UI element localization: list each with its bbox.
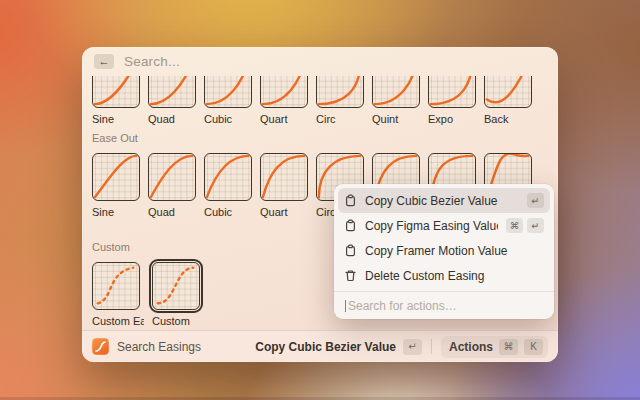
easing-label: Sine	[92, 113, 140, 125]
easing-curve-icon	[149, 154, 194, 199]
easing-curve-icon	[429, 76, 474, 106]
search-header: ← Search...	[82, 47, 558, 76]
easing-tile-in-quad[interactable]	[148, 76, 196, 108]
easing-label: Quart	[260, 206, 308, 218]
easing-tile-out-sine[interactable]	[92, 153, 140, 201]
easing-label: Cubic	[204, 206, 252, 218]
actions-button[interactable]: Actions ⌘ K	[441, 336, 548, 358]
clipboard-icon	[344, 244, 357, 257]
easing-tile-in-sine[interactable]	[92, 76, 140, 108]
easing-label: Sine	[92, 206, 140, 218]
actions-search-input[interactable]: Search for actions…	[338, 292, 550, 319]
easing-label: Custom Eas…	[92, 315, 144, 327]
easing-cell[interactable]: Custom Eas…Ease Out	[92, 262, 144, 330]
easing-tile-out-quart[interactable]	[260, 153, 308, 201]
easing-label: Cubic	[204, 113, 252, 125]
easing-curve-icon	[205, 154, 250, 199]
menu-item[interactable]: Copy Framer Motion Value	[338, 238, 550, 263]
k-key-badge: K	[524, 339, 543, 355]
easing-app-icon	[92, 338, 109, 355]
easing-cell[interactable]: Quart	[260, 153, 308, 218]
easing-curve-icon	[485, 76, 530, 106]
easing-curve-icon	[153, 263, 198, 308]
raycast-window: ← Search... SineQuadCubicQuartCircQuintE…	[82, 47, 558, 362]
easing-cell[interactable]: Cubic	[204, 153, 252, 218]
status-bar: Search Easings Copy Cubic Bezier Value ↵…	[82, 330, 558, 362]
app-name: Search Easings	[117, 340, 201, 354]
easing-label: Quart	[260, 113, 308, 125]
easing-tile-in-circ[interactable]	[316, 76, 364, 108]
menu-item[interactable]: Copy Cubic Bezier Value↵	[338, 188, 550, 213]
easing-curve-icon	[317, 76, 362, 106]
return-key-badge: ↵	[403, 339, 422, 355]
menu-item[interactable]: Delete Custom Easing	[338, 263, 550, 288]
easing-cell[interactable]: Quad	[148, 76, 196, 125]
shortcut-key-badge: ↵	[527, 218, 544, 233]
search-input[interactable]: Search...	[124, 54, 180, 69]
easing-tile-in-quart[interactable]	[260, 76, 308, 108]
actions-menu: Copy Cubic Bezier Value↵Copy Figma Easin…	[334, 184, 554, 319]
actions-search-placeholder: Search for actions…	[348, 299, 457, 313]
trash-icon	[344, 269, 357, 282]
easing-curve-icon	[261, 154, 306, 199]
back-button[interactable]: ←	[94, 54, 114, 69]
shortcut-key-badge: ⌘	[506, 218, 523, 233]
status-bar-right: Copy Cubic Bezier Value ↵ Actions ⌘ K	[255, 336, 548, 358]
easing-tile-out-cubic[interactable]	[204, 153, 252, 201]
easing-curve-icon	[205, 76, 250, 106]
easing-cell[interactable]: Quart	[260, 76, 308, 125]
easing-label: Quad	[148, 113, 196, 125]
easing-tile-in-cubic[interactable]	[204, 76, 252, 108]
easing-curve-icon	[373, 76, 418, 106]
easing-cell[interactable]: Sine	[92, 153, 140, 218]
actions-label: Actions	[449, 340, 493, 354]
easing-label: Back	[484, 113, 532, 125]
arrow-left-icon: ←	[99, 56, 110, 67]
status-divider	[431, 339, 432, 354]
easing-tile-out-quad[interactable]	[148, 153, 196, 201]
shortcut-badges: ↵	[527, 193, 544, 208]
shortcut-badges: ⌘↵	[506, 218, 544, 233]
easing-label: Expo	[428, 113, 476, 125]
easing-tile-custom-out[interactable]	[92, 262, 140, 310]
easing-curve-icon	[93, 263, 138, 308]
menu-item-label: Copy Cubic Bezier Value	[365, 194, 519, 208]
easing-cell[interactable]: Cubic	[204, 76, 252, 125]
easing-label: Circ	[316, 113, 364, 125]
easing-cell[interactable]: Circ	[316, 76, 364, 125]
easing-curve-icon	[149, 76, 194, 106]
easing-curve-icon	[261, 76, 306, 106]
primary-action-button[interactable]: Copy Cubic Bezier Value	[255, 340, 396, 354]
easing-tile-in-quint[interactable]	[372, 76, 420, 108]
easing-label: Quint	[372, 113, 420, 125]
easing-cell[interactable]: Back	[484, 76, 532, 125]
easing-cell[interactable]: Quad	[148, 153, 196, 218]
easing-tile-in-back[interactable]	[484, 76, 532, 108]
text-cursor	[345, 300, 346, 312]
easing-curve-icon	[93, 76, 138, 106]
easing-tile-in-expo[interactable]	[428, 76, 476, 108]
shortcut-key-badge: ↵	[527, 193, 544, 208]
easing-label: Custom	[152, 315, 204, 327]
tile-row-ease-in: SineQuadCubicQuartCircQuintExpoBack	[92, 76, 548, 125]
command-key-badge: ⌘	[499, 339, 518, 355]
menu-item-label: Delete Custom Easing	[365, 269, 544, 283]
easing-label: Quad	[148, 206, 196, 218]
easing-cell[interactable]: Expo	[428, 76, 476, 125]
clipboard-icon	[344, 194, 357, 207]
easing-tile-custom-in-out[interactable]	[152, 262, 200, 310]
menu-item-label: Copy Figma Easing Value	[365, 219, 498, 233]
easing-curve-icon	[93, 154, 138, 199]
easing-cell[interactable]: CustomEase In Out	[152, 262, 204, 330]
section-title-ease-out: Ease Out	[92, 132, 548, 144]
easing-cell[interactable]: Quint	[372, 76, 420, 125]
clipboard-icon	[344, 219, 357, 232]
menu-item[interactable]: Copy Figma Easing Value⌘↵	[338, 213, 550, 238]
easing-cell[interactable]: Sine	[92, 76, 140, 125]
menu-item-label: Copy Framer Motion Value	[365, 244, 544, 258]
